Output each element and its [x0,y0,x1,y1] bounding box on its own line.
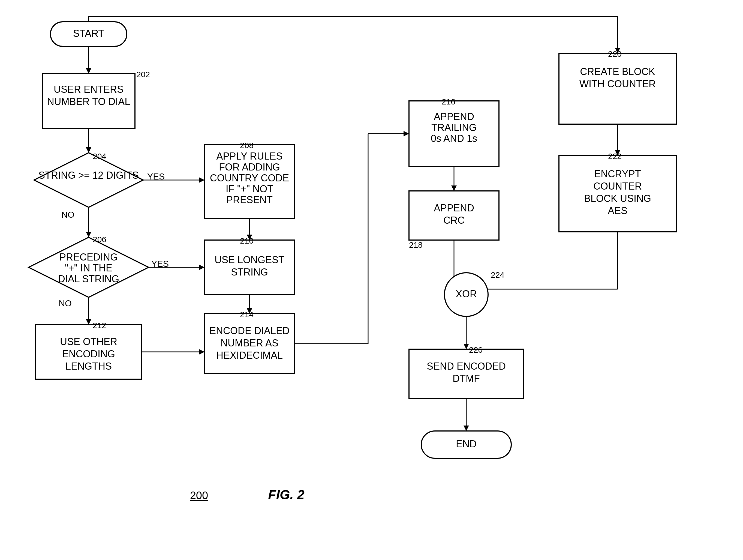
n220-line2: WITH COUNTER [579,78,656,89]
n206-ref: 206 [93,235,106,244]
n226-line2: DTMF [452,373,480,384]
figure-caption: FIG. 2 [268,487,305,502]
n206-line3: DIAL STRING [58,273,120,285]
n212-line1: USE OTHER [60,336,117,347]
n220-line1: CREATE BLOCK [580,66,655,77]
n220-ref: 220 [608,49,622,58]
no-206: NO [59,298,72,308]
n204-ref: 204 [93,152,106,161]
flowchart-svg: START USER ENTERS NUMBER TO DIAL 202 STR… [0,0,743,560]
n210-line2: STRING [231,266,268,278]
n214-line2: NUMBER AS [221,337,278,349]
n224-label: XOR [455,288,477,300]
n218-line1: APPEND [434,202,474,214]
n206-line1: PRECEDING [59,252,118,263]
start-label: START [73,28,104,39]
n202-line2: NUMBER TO DIAL [47,96,130,107]
n208-line1: APPLY RULES [217,150,283,162]
no-204: NO [61,210,75,220]
n204-line1: STRING >= 12 DIGITS [38,170,139,181]
end-label: END [456,438,477,449]
n226-line1: SEND ENCODED [427,360,506,372]
figure-number: 200 [190,489,208,501]
n210-ref: 210 [240,236,254,245]
n218-line2: CRC [443,215,465,226]
n226-ref: 226 [469,345,483,354]
n212-line3: LENGTHS [65,360,112,372]
n216-ref: 216 [442,97,455,106]
n210-line1: USE LONGEST [215,254,285,265]
n222-line3: BLOCK USING [584,193,651,204]
n222-line1: ENCRYPT [594,168,641,179]
n208-line3: COUNTRY CODE [210,172,289,183]
n202-line1: USER ENTERS [54,84,124,95]
n222-line4: AES [608,205,627,216]
n216-line1: APPEND [434,111,474,122]
n222-line2: COUNTER [593,181,642,192]
n214-ref: 214 [240,310,254,319]
n206-line2: "+" IN THE [65,262,112,273]
n216-line2: TRAILING [431,122,477,133]
n216-line3: 0s AND 1s [431,133,477,144]
n212-line2: ENCODING [62,348,115,359]
n202-ref: 202 [136,70,150,79]
n218-ref: 218 [409,240,423,249]
n222-ref: 222 [608,152,622,161]
n208-line5: PRESENT [226,194,273,205]
n208-line4: IF "+" NOT [226,183,273,195]
n212-ref: 212 [93,321,106,330]
n208-line2: FOR ADDING [219,162,280,173]
n214-line1: ENCODE DIALED [209,325,290,336]
n224-ref: 224 [491,270,505,279]
n214-line3: HEXIDECIMAL [216,350,283,361]
n208-ref: 208 [240,141,254,150]
